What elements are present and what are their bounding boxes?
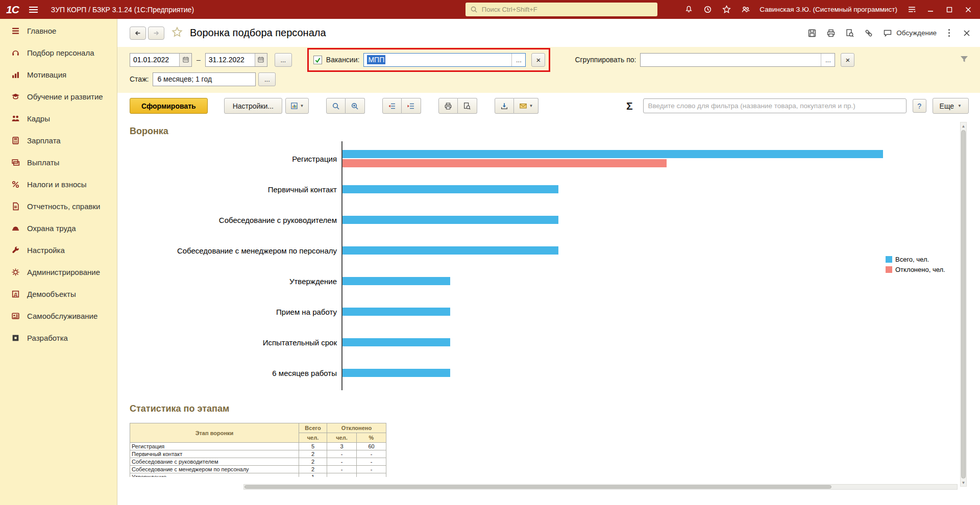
chart-category-label: Регистрация xyxy=(130,155,342,163)
period-more-button[interactable]: ... xyxy=(275,53,292,67)
scroll-up-arrow[interactable]: ▲ xyxy=(961,122,966,130)
chart-bar xyxy=(342,308,450,316)
sidebar-item-recruitment[interactable]: Подбор персонала xyxy=(0,42,117,64)
stats-table-row[interactable]: Утверждение1-- xyxy=(130,473,386,477)
sidebar-item-administration[interactable]: Администрирование xyxy=(0,261,117,283)
groupby-picker-button[interactable]: ... xyxy=(821,54,835,66)
print-icon[interactable] xyxy=(826,28,836,38)
send-email-button[interactable]: ▼ xyxy=(514,98,538,114)
sidebar-item-main[interactable]: Главное xyxy=(0,20,117,42)
scroll-down-arrow[interactable]: ▼ xyxy=(961,479,966,486)
window-close-button[interactable] xyxy=(964,5,973,14)
date-to-input[interactable] xyxy=(206,54,255,66)
vertical-scrollbar[interactable]: ▲ ▼ xyxy=(960,122,967,487)
stats-col-total-unit: чел. xyxy=(299,433,327,443)
forward-button[interactable] xyxy=(148,27,164,40)
sidebar-item-taxes[interactable]: Налоги и взносы xyxy=(0,173,117,195)
main-menu-icon[interactable] xyxy=(29,7,38,13)
app-logo: 1С xyxy=(6,4,19,16)
find-next-button[interactable] xyxy=(346,98,365,114)
groupby-field[interactable]: ... xyxy=(640,53,835,67)
more-actions-icon[interactable] xyxy=(945,28,953,38)
print-preview-icon[interactable] xyxy=(845,28,855,38)
quick-filter-input[interactable] xyxy=(643,98,906,113)
vertical-scroll-thumb[interactable] xyxy=(961,130,966,478)
chart-row: Регистрация xyxy=(130,143,967,174)
discussion-button[interactable]: Обсуждение xyxy=(883,28,937,38)
sidebar-item-development[interactable]: Разработка xyxy=(0,327,117,349)
sidebar-item-training[interactable]: Обучение и развитие xyxy=(0,86,117,108)
chart-bars xyxy=(342,338,967,346)
chart-row: Собеседование с менеджером по персоналу xyxy=(130,235,967,266)
calculator-icon xyxy=(10,136,20,146)
save-report-file-button[interactable] xyxy=(495,98,514,114)
sidebar-item-reports[interactable]: Отчетность, справки xyxy=(0,195,117,217)
vacancy-field[interactable]: МПП ... xyxy=(363,53,526,67)
experience-field[interactable]: 6 месяцев; 1 год xyxy=(153,72,256,86)
find-in-report-button[interactable] xyxy=(326,98,346,114)
print-button[interactable] xyxy=(438,98,458,114)
window-minimize-button[interactable] xyxy=(926,5,935,14)
menu-lines-icon xyxy=(10,26,20,36)
generate-report-button[interactable]: Сформировать xyxy=(130,98,208,114)
back-button[interactable] xyxy=(130,27,146,40)
vacancy-checkbox[interactable] xyxy=(313,56,322,64)
date-from-input[interactable] xyxy=(130,54,179,66)
chart-row: Первичный контакт xyxy=(130,174,967,205)
experience-more-button[interactable]: ... xyxy=(258,72,276,86)
groupby-clear-button[interactable]: × xyxy=(841,53,854,67)
close-page-icon[interactable] xyxy=(962,28,972,38)
expand-groups-button[interactable] xyxy=(402,98,421,114)
service-menu-icon[interactable] xyxy=(907,5,916,14)
sidebar-item-settings[interactable]: Настройка xyxy=(0,239,117,261)
vacancy-selected-value[interactable]: МПП xyxy=(367,55,385,64)
sidebar-item-hr[interactable]: Кадры xyxy=(0,108,117,130)
stats-table-row[interactable]: Регистрация5360 xyxy=(130,443,386,450)
report-settings-button[interactable]: Настройки... xyxy=(224,98,282,114)
favorites-star-icon[interactable] xyxy=(722,5,731,14)
sum-indicator[interactable]: Σ xyxy=(626,100,633,112)
global-search[interactable] xyxy=(465,3,657,16)
chart-bar xyxy=(342,246,558,255)
save-icon[interactable] xyxy=(807,28,817,38)
collapse-groups-button[interactable] xyxy=(382,98,402,114)
groupby-filter-group: Сгруппировать по: ... × xyxy=(575,53,854,67)
stats-heading: Статистика по этапам xyxy=(130,402,960,415)
sidebar-item-self-service[interactable]: Самообслуживание xyxy=(0,305,117,327)
current-user-label[interactable]: Савинская З.Ю. (Системный программист) xyxy=(760,6,897,13)
chart-bars xyxy=(342,369,967,377)
report-variant-button[interactable]: ▼ xyxy=(285,98,309,114)
search-group xyxy=(326,98,365,114)
stats-table-row[interactable]: Собеседование с руководителем2-- xyxy=(130,458,386,466)
vacancy-clear-button[interactable]: × xyxy=(531,53,545,67)
get-link-icon[interactable] xyxy=(864,28,874,38)
users-icon[interactable] xyxy=(741,5,750,14)
stats-col-rejected: Отклонено xyxy=(327,423,386,433)
vacancy-picker-button[interactable]: ... xyxy=(511,54,525,66)
sidebar-item-salary[interactable]: Зарплата xyxy=(0,130,117,152)
horizontal-scroll-thumb[interactable] xyxy=(244,485,831,489)
print-preview-button[interactable] xyxy=(458,98,477,114)
stats-table-row[interactable]: Первичный контакт2-- xyxy=(130,450,386,458)
history-icon[interactable] xyxy=(703,5,712,14)
filter-funnel-icon[interactable] xyxy=(960,55,969,65)
global-search-input[interactable] xyxy=(482,6,653,13)
vacancy-label: Вакансии: xyxy=(326,56,360,64)
horizontal-scrollbar[interactable] xyxy=(243,484,958,490)
help-button[interactable]: ? xyxy=(913,99,926,113)
chart-category-label: Первичный контакт xyxy=(130,185,342,194)
stats-table-row[interactable]: Собеседование с менеджером по персоналу2… xyxy=(130,466,386,473)
date-from-calendar-icon[interactable] xyxy=(179,54,191,66)
filter-panel: – ... Вакансии: МПП ... × xyxy=(117,47,980,93)
window-maximize-button[interactable] xyxy=(945,5,954,14)
sidebar-item-payments[interactable]: Выплаты xyxy=(0,152,117,173)
notifications-bell-icon[interactable] xyxy=(684,5,693,14)
sidebar-item-labor-safety[interactable]: Охрана труда xyxy=(0,217,117,239)
sidebar-item-demo-objects[interactable]: Д Демообъекты xyxy=(0,283,117,305)
date-to-calendar-icon[interactable] xyxy=(255,54,267,66)
stats-table-body: Регистрация5360Первичный контакт2--Собес… xyxy=(130,443,386,477)
favorite-star-icon[interactable] xyxy=(172,27,183,39)
more-button[interactable]: Еще ▼ xyxy=(933,98,969,114)
sidebar-item-motivation[interactable]: Мотивация xyxy=(0,64,117,86)
chart-bars xyxy=(342,308,967,316)
